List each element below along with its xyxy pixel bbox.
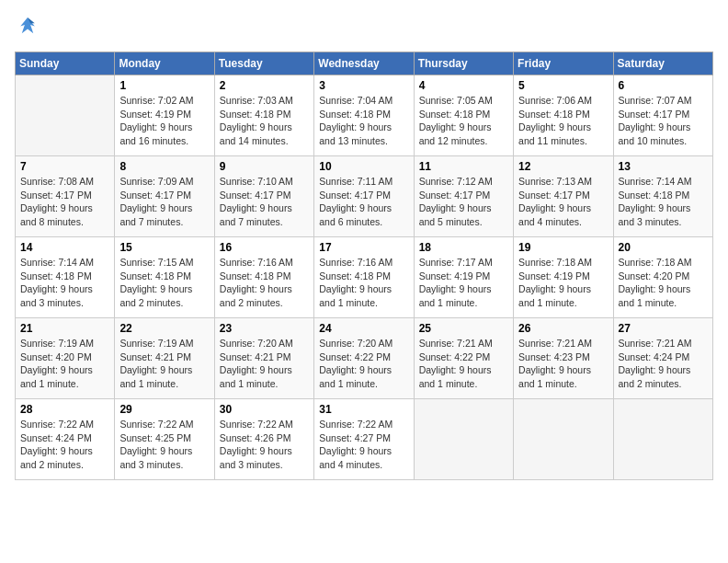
- day-info: Sunrise: 7:21 AMSunset: 4:23 PMDaylight:…: [518, 337, 608, 391]
- weekday-header-friday: Friday: [514, 52, 613, 75]
- day-number: 17: [319, 241, 408, 254]
- calendar-cell: 17Sunrise: 7:16 AMSunset: 4:18 PMDayligh…: [314, 237, 414, 318]
- day-info: Sunrise: 7:10 AMSunset: 4:17 PMDaylight:…: [220, 175, 309, 229]
- day-number: 19: [518, 241, 608, 254]
- calendar-cell: 11Sunrise: 7:12 AMSunset: 4:17 PMDayligh…: [414, 156, 513, 237]
- day-number: 12: [518, 160, 608, 173]
- calendar-cell: 27Sunrise: 7:21 AMSunset: 4:24 PMDayligh…: [613, 318, 712, 399]
- day-number: 23: [220, 322, 309, 335]
- calendar-cell: [613, 399, 712, 480]
- day-info: Sunrise: 7:03 AMSunset: 4:18 PMDaylight:…: [220, 94, 309, 148]
- day-number: 16: [220, 241, 309, 254]
- calendar-cell: [16, 75, 115, 156]
- day-info: Sunrise: 7:21 AMSunset: 4:22 PMDaylight:…: [419, 337, 508, 391]
- day-info: Sunrise: 7:19 AMSunset: 4:20 PMDaylight:…: [20, 337, 109, 391]
- day-number: 8: [119, 160, 209, 173]
- day-info: Sunrise: 7:17 AMSunset: 4:19 PMDaylight:…: [419, 256, 508, 310]
- day-info: Sunrise: 7:22 AMSunset: 4:25 PMDaylight:…: [119, 418, 209, 472]
- calendar-cell: 22Sunrise: 7:19 AMSunset: 4:21 PMDayligh…: [115, 318, 214, 399]
- day-number: 18: [419, 241, 508, 254]
- page-header: [15, 15, 713, 40]
- day-number: 28: [20, 403, 109, 416]
- weekday-header-monday: Monday: [115, 52, 214, 75]
- day-info: Sunrise: 7:16 AMSunset: 4:18 PMDaylight:…: [220, 256, 309, 310]
- day-info: Sunrise: 7:18 AMSunset: 4:19 PMDaylight:…: [518, 256, 608, 310]
- calendar-cell: 6Sunrise: 7:07 AMSunset: 4:17 PMDaylight…: [613, 75, 712, 156]
- day-number: 14: [20, 241, 109, 254]
- logo: [15, 15, 44, 40]
- calendar-cell: 8Sunrise: 7:09 AMSunset: 4:17 PMDaylight…: [115, 156, 214, 237]
- day-info: Sunrise: 7:15 AMSunset: 4:18 PMDaylight:…: [119, 256, 209, 310]
- calendar-cell: 16Sunrise: 7:16 AMSunset: 4:18 PMDayligh…: [214, 237, 313, 318]
- day-number: 26: [518, 322, 608, 335]
- day-info: Sunrise: 7:05 AMSunset: 4:18 PMDaylight:…: [419, 94, 508, 148]
- calendar-week-2: 7Sunrise: 7:08 AMSunset: 4:17 PMDaylight…: [16, 156, 713, 237]
- day-number: 31: [319, 403, 408, 416]
- day-info: Sunrise: 7:13 AMSunset: 4:17 PMDaylight:…: [518, 175, 608, 229]
- calendar-cell: 14Sunrise: 7:14 AMSunset: 4:18 PMDayligh…: [16, 237, 115, 318]
- day-info: Sunrise: 7:07 AMSunset: 4:17 PMDaylight:…: [619, 94, 708, 148]
- day-number: 15: [119, 241, 209, 254]
- calendar-cell: 2Sunrise: 7:03 AMSunset: 4:18 PMDaylight…: [214, 75, 313, 156]
- calendar-cell: 26Sunrise: 7:21 AMSunset: 4:23 PMDayligh…: [514, 318, 613, 399]
- day-number: 20: [619, 241, 708, 254]
- day-number: 2: [220, 79, 309, 92]
- calendar-cell: 29Sunrise: 7:22 AMSunset: 4:25 PMDayligh…: [115, 399, 214, 480]
- day-number: 27: [619, 322, 708, 335]
- day-info: Sunrise: 7:04 AMSunset: 4:18 PMDaylight:…: [319, 94, 408, 148]
- weekday-header-thursday: Thursday: [414, 52, 513, 75]
- calendar-cell: 19Sunrise: 7:18 AMSunset: 4:19 PMDayligh…: [514, 237, 613, 318]
- calendar-cell: 7Sunrise: 7:08 AMSunset: 4:17 PMDaylight…: [16, 156, 115, 237]
- calendar-cell: 3Sunrise: 7:04 AMSunset: 4:18 PMDaylight…: [314, 75, 414, 156]
- weekday-header-tuesday: Tuesday: [214, 52, 313, 75]
- logo-icon: [15, 15, 40, 40]
- calendar-header: SundayMondayTuesdayWednesdayThursdayFrid…: [16, 52, 713, 75]
- calendar-cell: 18Sunrise: 7:17 AMSunset: 4:19 PMDayligh…: [414, 237, 513, 318]
- calendar-body: 1Sunrise: 7:02 AMSunset: 4:19 PMDaylight…: [16, 75, 713, 480]
- calendar-cell: 5Sunrise: 7:06 AMSunset: 4:18 PMDaylight…: [514, 75, 613, 156]
- day-info: Sunrise: 7:06 AMSunset: 4:18 PMDaylight:…: [518, 94, 608, 148]
- day-info: Sunrise: 7:12 AMSunset: 4:17 PMDaylight:…: [419, 175, 508, 229]
- weekday-header-wednesday: Wednesday: [314, 52, 414, 75]
- day-info: Sunrise: 7:21 AMSunset: 4:24 PMDaylight:…: [619, 337, 708, 391]
- calendar-week-3: 14Sunrise: 7:14 AMSunset: 4:18 PMDayligh…: [16, 237, 713, 318]
- calendar-cell: 4Sunrise: 7:05 AMSunset: 4:18 PMDaylight…: [414, 75, 513, 156]
- day-number: 6: [619, 79, 708, 92]
- day-info: Sunrise: 7:20 AMSunset: 4:21 PMDaylight:…: [220, 337, 309, 391]
- day-number: 7: [20, 160, 109, 173]
- day-number: 10: [319, 160, 408, 173]
- day-info: Sunrise: 7:09 AMSunset: 4:17 PMDaylight:…: [119, 175, 209, 229]
- calendar-table: SundayMondayTuesdayWednesdayThursdayFrid…: [15, 52, 713, 480]
- day-number: 4: [419, 79, 508, 92]
- day-number: 13: [619, 160, 708, 173]
- weekday-header-saturday: Saturday: [613, 52, 712, 75]
- day-info: Sunrise: 7:22 AMSunset: 4:27 PMDaylight:…: [319, 418, 408, 472]
- calendar-cell: 31Sunrise: 7:22 AMSunset: 4:27 PMDayligh…: [314, 399, 414, 480]
- calendar-cell: 28Sunrise: 7:22 AMSunset: 4:24 PMDayligh…: [16, 399, 115, 480]
- calendar-cell: 30Sunrise: 7:22 AMSunset: 4:26 PMDayligh…: [214, 399, 313, 480]
- day-number: 11: [419, 160, 508, 173]
- calendar-cell: 10Sunrise: 7:11 AMSunset: 4:17 PMDayligh…: [314, 156, 414, 237]
- calendar-week-4: 21Sunrise: 7:19 AMSunset: 4:20 PMDayligh…: [16, 318, 713, 399]
- calendar-cell: 25Sunrise: 7:21 AMSunset: 4:22 PMDayligh…: [414, 318, 513, 399]
- day-number: 1: [119, 79, 209, 92]
- day-number: 25: [419, 322, 508, 335]
- calendar-cell: [514, 399, 613, 480]
- day-info: Sunrise: 7:18 AMSunset: 4:20 PMDaylight:…: [619, 256, 708, 310]
- day-info: Sunrise: 7:22 AMSunset: 4:26 PMDaylight:…: [220, 418, 309, 472]
- calendar-cell: 1Sunrise: 7:02 AMSunset: 4:19 PMDaylight…: [115, 75, 214, 156]
- day-number: 24: [319, 322, 408, 335]
- calendar-cell: 9Sunrise: 7:10 AMSunset: 4:17 PMDaylight…: [214, 156, 313, 237]
- calendar-week-1: 1Sunrise: 7:02 AMSunset: 4:19 PMDaylight…: [16, 75, 713, 156]
- calendar-week-5: 28Sunrise: 7:22 AMSunset: 4:24 PMDayligh…: [16, 399, 713, 480]
- day-info: Sunrise: 7:11 AMSunset: 4:17 PMDaylight:…: [319, 175, 408, 229]
- calendar-cell: 23Sunrise: 7:20 AMSunset: 4:21 PMDayligh…: [214, 318, 313, 399]
- calendar-cell: 15Sunrise: 7:15 AMSunset: 4:18 PMDayligh…: [115, 237, 214, 318]
- calendar-cell: 24Sunrise: 7:20 AMSunset: 4:22 PMDayligh…: [314, 318, 414, 399]
- day-info: Sunrise: 7:14 AMSunset: 4:18 PMDaylight:…: [20, 256, 109, 310]
- day-number: 3: [319, 79, 408, 92]
- svg-marker-0: [20, 17, 35, 33]
- day-info: Sunrise: 7:22 AMSunset: 4:24 PMDaylight:…: [20, 418, 109, 472]
- day-number: 9: [220, 160, 309, 173]
- day-info: Sunrise: 7:20 AMSunset: 4:22 PMDaylight:…: [319, 337, 408, 391]
